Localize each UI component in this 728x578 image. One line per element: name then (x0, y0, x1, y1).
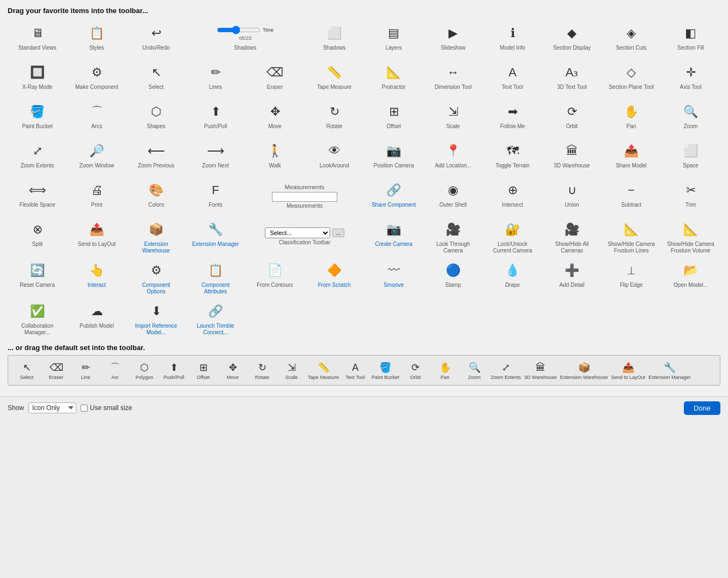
tool-item-zoom-extents[interactable]: ⤢Zoom Extents (8, 138, 67, 176)
tool-item-styles[interactable]: 📋Styles (67, 20, 126, 58)
tool-item-extension-warehouse[interactable]: 📦Extension Warehouse (126, 216, 186, 256)
tool-item-3d-warehouse[interactable]: 🏛3D Warehouse (542, 138, 602, 176)
tool-item-standard-views[interactable]: 🖥Standard Views (8, 20, 67, 58)
tool-item-offset[interactable]: ⊞Offset (364, 99, 423, 137)
classification-select[interactable]: Select... (265, 227, 330, 238)
tool-item-print[interactable]: 🖨Print (67, 177, 126, 215)
bottom-tool-bt-scale[interactable]: ⇲ Scale (277, 359, 306, 382)
tool-item-pan[interactable]: ✋Pan (602, 99, 661, 137)
bottom-tool-bt-paint-bucket[interactable]: 🪣 Paint Bucket (371, 359, 401, 382)
tool-item-lock-unlock-camera[interactable]: 🔐Lock/Unlock Current Camera (483, 216, 542, 256)
tool-item-intersect[interactable]: ⊕Intersect (483, 177, 542, 215)
bottom-tool-bt-extension-warehouse[interactable]: 📦 Extension Warehouse (559, 359, 609, 382)
tool-item-make-component[interactable]: ⚙Make Component (67, 59, 126, 98)
tool-item-share-component[interactable]: 🔗Share Component (364, 177, 423, 215)
tool-item-xray-mode[interactable]: 🔲X-Ray Mode (8, 59, 67, 98)
bottom-tool-bt-move[interactable]: ✥ Move (219, 359, 247, 382)
tool-item-section-plane-tool[interactable]: ◇Section Plane Tool (602, 59, 661, 98)
bottom-tool-bt-offset[interactable]: ⊞ Offset (189, 359, 217, 382)
tool-item-create-camera[interactable]: 📷Create Camera (364, 216, 423, 256)
bottom-tool-bt-eraser[interactable]: ⌫ Eraser (42, 359, 70, 382)
tool-item-fonts[interactable]: FFonts (186, 177, 245, 215)
tool-item-interact[interactable]: 👆Interact (67, 257, 126, 297)
bottom-tool-bt-push-pull[interactable]: ⬆ Push/Pull (160, 359, 188, 382)
tool-item-from-scratch[interactable]: 🔶From Scratch (305, 257, 364, 297)
tool-item-paint-bucket[interactable]: 🪣Paint Bucket (8, 99, 67, 137)
tool-item-trim[interactable]: ✂Trim (661, 177, 720, 215)
bottom-tool-bt-select[interactable]: ↖ Select (13, 359, 41, 382)
tool-item-reset-camera[interactable]: 🔄Reset Camera (8, 257, 67, 297)
bottom-tool-bt-zoom[interactable]: 🔍 Zoom (460, 359, 489, 382)
tool-item-tape-measure-top[interactable]: 📏Tape Measure (305, 59, 364, 98)
tool-item-stamp[interactable]: 🔵Stamp (423, 257, 483, 297)
tool-item-slideshow[interactable]: ▶Slideshow (423, 20, 483, 58)
bottom-tool-bt-extension-manager[interactable]: 🔧 Extension Manager (647, 359, 692, 382)
tool-item-protractor[interactable]: 📐Protractor (364, 59, 423, 98)
tool-item-toggle-terrain[interactable]: 🗺Toggle Terrain (483, 138, 542, 176)
tool-item-rotate[interactable]: ↻Rotate (305, 99, 364, 137)
tool-item-scale[interactable]: ⇲Scale (423, 99, 483, 137)
tool-item-component-attributes[interactable]: 📋Component Attributes (186, 257, 245, 297)
tool-item-launch-trimble-connect[interactable]: 🔗Launch Trimble Connect... (186, 298, 245, 338)
tool-item-orbit[interactable]: ⟳Orbit (542, 99, 602, 137)
tool-item-section-fill[interactable]: ◧Section Fill (661, 20, 720, 58)
tool-item-arcs[interactable]: ⌒Arcs (67, 99, 126, 137)
tool-item-from-contours[interactable]: 📄From Contours (245, 257, 305, 297)
bottom-tool-bt-3d-warehouse[interactable]: 🏛 3D Warehouse (523, 359, 558, 382)
tool-item-zoom-previous[interactable]: ⟵Zoom Previous (126, 138, 186, 176)
tool-item-zoom-next[interactable]: ⟶Zoom Next (186, 138, 245, 176)
bottom-tool-bt-arc[interactable]: ⌒ Arc (101, 359, 129, 382)
tool-item-split[interactable]: ⊗Split (8, 216, 67, 256)
tool-item-3d-text-tool[interactable]: A₃3D Text Tool (542, 59, 602, 98)
tool-item-lookaround[interactable]: 👁LookAround (305, 138, 364, 176)
tool-item-walk[interactable]: 🚶Walk (245, 138, 305, 176)
tool-item-publish-model[interactable]: ☁Publish Model (67, 298, 126, 338)
bottom-tool-bt-pan[interactable]: ✋ Pan (431, 359, 459, 382)
tool-item-look-through-camera[interactable]: 🎥Look Through Camera (423, 216, 483, 256)
tool-item-show-hide-frustum-volume[interactable]: 📐Show/Hide Camera Frustum Volume (661, 216, 720, 256)
tool-item-select[interactable]: ↖Select (126, 59, 186, 98)
bottom-tool-bt-text-tool[interactable]: A Text Tool (341, 359, 369, 382)
tool-item-show-hide-all-cameras[interactable]: 🎥Show/Hide All Cameras (542, 216, 602, 256)
bottom-tool-bt-tape-measure[interactable]: 📏 Tape Measure (307, 359, 340, 382)
tool-item-shapes[interactable]: ⬡Shapes (126, 99, 186, 137)
tool-item-dimension-tool[interactable]: ↔Dimension Tool (423, 59, 483, 98)
tool-item-lines[interactable]: ✏Lines (186, 59, 245, 98)
tool-item-position-camera[interactable]: 📷Position Camera (364, 138, 423, 176)
measurements-input[interactable] (272, 192, 337, 202)
tool-item-section-cuts[interactable]: ◈Section Cuts (602, 20, 661, 58)
shadows-slider[interactable] (217, 26, 260, 34)
bottom-tool-bt-line[interactable]: ✏ Line (71, 359, 100, 382)
tool-item-flexible-space[interactable]: ⟺Flexible Space (8, 177, 67, 215)
tool-item-follow-me[interactable]: ➡Follow Me (483, 99, 542, 137)
tool-item-zoom-window[interactable]: 🔎Zoom Window (67, 138, 126, 176)
tool-item-push-pull[interactable]: ⬆Push/Pull (186, 99, 245, 137)
tool-item-add-location[interactable]: 📍Add Location... (423, 138, 483, 176)
bottom-tool-bt-send-to-layout[interactable]: 📤 Send to LayOut (610, 359, 647, 382)
classification-btn[interactable]: ... (332, 228, 344, 237)
tool-item-add-detail[interactable]: ➕Add Detail (542, 257, 602, 297)
tool-item-drape[interactable]: 💧Drape (483, 257, 542, 297)
tool-item-flip-edge[interactable]: ⟂Flip Edge (602, 257, 661, 297)
tool-item-model-info[interactable]: ℹModel Info (483, 20, 542, 58)
bottom-tool-bt-rotate[interactable]: ↻ Rotate (248, 359, 276, 382)
bottom-tool-bt-zoom-extents[interactable]: ⤢ Zoom Extents (490, 359, 523, 382)
bottom-tool-bt-polygon[interactable]: ⬡ Polygon (130, 359, 159, 382)
tool-item-eraser[interactable]: ⌫Eraser (245, 59, 305, 98)
tool-item-section-display[interactable]: ◆Section Display (542, 20, 602, 58)
tool-item-send-to-layout[interactable]: 📤Send to LayOut (67, 216, 126, 256)
tool-item-component-options[interactable]: ⚙Component Options (126, 257, 186, 297)
tool-item-collaboration-manager[interactable]: ✅Collaboration Manager... (8, 298, 67, 338)
tool-item-shadows-slider[interactable]: Time 05/23 Shadows (186, 20, 305, 58)
tool-item-axis-tool[interactable]: ✛Axis Tool (661, 59, 720, 98)
tool-item-colors[interactable]: 🎨Colors (126, 177, 186, 215)
tool-item-shadows2[interactable]: ⬜Shadows (305, 20, 364, 58)
tool-item-subtract[interactable]: −Subtract (602, 177, 661, 215)
done-button[interactable]: Done (684, 401, 720, 415)
tool-item-zoom[interactable]: 🔍Zoom (661, 99, 720, 137)
tool-item-share-model[interactable]: 📤Share Model (602, 138, 661, 176)
tool-item-text-tool[interactable]: AText Tool (483, 59, 542, 98)
tool-item-layers[interactable]: ▤Layers (364, 20, 423, 58)
tool-item-open-model[interactable]: 📂Open Model... (661, 257, 720, 297)
tool-item-space[interactable]: ⬜Space (661, 138, 720, 176)
